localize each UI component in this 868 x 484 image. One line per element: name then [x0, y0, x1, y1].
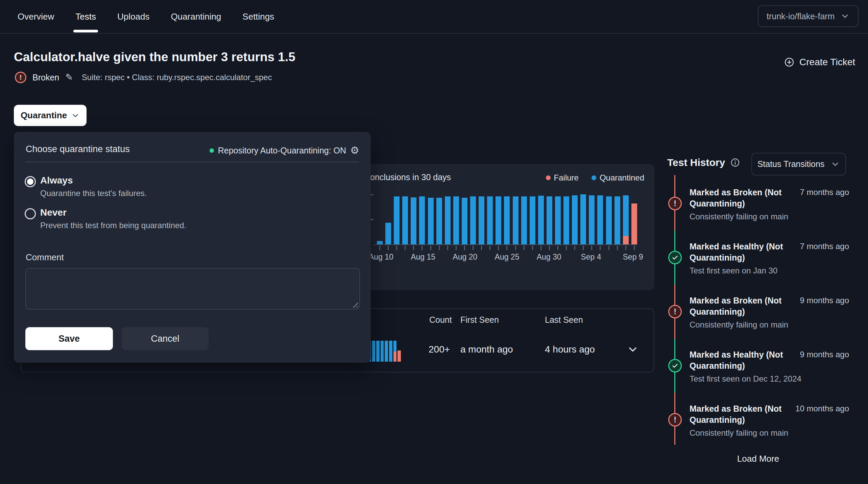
quarantined-segment	[411, 197, 416, 244]
x-axis-label: Aug 20	[453, 252, 477, 262]
row-count-value: 200+	[429, 344, 450, 355]
tab-uploads[interactable]: Uploads	[117, 0, 149, 33]
timeline-line-segment	[674, 264, 675, 305]
radio-unselected[interactable]	[25, 208, 36, 219]
chart-bar-day-9	[453, 194, 459, 244]
page-title: Calculator.halve given the number 3 retu…	[14, 50, 295, 64]
resize-handle[interactable]	[353, 302, 358, 308]
x-tick	[428, 246, 434, 250]
x-tick	[606, 246, 612, 250]
gear-icon[interactable]: ⚙	[350, 145, 359, 155]
mini-chart-bar-1	[372, 341, 376, 362]
x-axis-label: Aug 30	[537, 252, 561, 262]
x-tick	[547, 246, 552, 250]
chart-bar-day-30	[631, 194, 637, 244]
x-tick	[580, 246, 586, 250]
timeline-event: Marked as Broken (Not Quarantining)9 mon…	[690, 295, 849, 330]
event-title: Marked as Broken (Not Quarantining)	[690, 403, 801, 426]
column-header-last-seen: Last Seen	[545, 315, 583, 325]
save-button[interactable]: Save	[25, 327, 113, 350]
chevron-down-icon	[71, 111, 80, 120]
cancel-button[interactable]: Cancel	[122, 327, 209, 350]
quarantined-segment	[402, 196, 408, 244]
quarantined-segment	[376, 341, 380, 362]
x-tick	[572, 246, 578, 250]
quarantined-segment	[385, 341, 388, 362]
comment-input[interactable]	[25, 268, 360, 310]
edit-status-icon[interactable]: ✎	[65, 72, 73, 83]
option-description: Quarantine this test's failures.	[40, 189, 359, 198]
legend-item-quarantined: Quarantined	[592, 173, 644, 183]
broken-event-icon: !	[668, 305, 682, 318]
option-description: Prevent this test from being quarantined…	[40, 221, 359, 230]
create-ticket-button[interactable]: Create Ticket	[784, 57, 855, 68]
status-on-dot-icon	[210, 148, 214, 153]
status-transitions-dropdown[interactable]: Status Transitions	[751, 153, 846, 175]
quarantined-segment	[521, 196, 527, 244]
timeline-event: Marked as Healthy (Not Quarantining)7 mo…	[690, 241, 849, 276]
quarantined-segment	[487, 196, 493, 244]
x-axis-label: Aug 15	[411, 252, 435, 262]
plus-circle-icon	[784, 57, 794, 67]
x-tick	[462, 246, 467, 250]
quarantined-segment	[597, 195, 603, 244]
event-title: Marked as Healthy (Not Quarantining)	[690, 349, 801, 371]
row-first-seen-value: a month ago	[460, 344, 513, 355]
tab-quarantining[interactable]: Quarantining	[171, 0, 221, 33]
quarantine-option-always[interactable]: AlwaysQuarantine this test's failures.	[25, 175, 359, 198]
quarantined-segment	[538, 196, 544, 244]
info-icon[interactable]	[730, 158, 740, 167]
quarantined-segment	[504, 196, 510, 244]
chart-bar-day-21	[555, 194, 561, 244]
x-tick	[631, 246, 637, 250]
chart-plot	[377, 194, 637, 244]
quarantined-segment	[580, 194, 586, 244]
mini-chart-bar-6	[393, 341, 397, 362]
create-ticket-label: Create Ticket	[799, 57, 855, 68]
chart-bar-day-29	[623, 194, 629, 244]
chart-bar-day-28	[614, 194, 620, 244]
tab-overview[interactable]: Overview	[18, 0, 54, 33]
expand-row-chevron-icon[interactable]	[627, 343, 639, 356]
load-more-button[interactable]: Load More	[667, 454, 849, 464]
chart-bar-day-8	[445, 194, 451, 244]
chart-bar-day-24	[580, 194, 586, 244]
tab-tests[interactable]: Tests	[75, 0, 96, 33]
event-timestamp: 10 months ago	[795, 404, 849, 413]
quarantined-segment	[589, 195, 595, 244]
chart-bar-day-6	[428, 194, 434, 244]
event-description: Test first seen on Dec 12, 2024	[690, 373, 849, 384]
legend-item-failure: Failure	[546, 173, 579, 183]
chart-bar-day-27	[606, 194, 612, 244]
tab-settings[interactable]: Settings	[242, 0, 274, 33]
broken-event-icon: !	[668, 413, 682, 427]
quarantined-segment	[470, 196, 476, 244]
quarantined-segment	[479, 196, 484, 244]
quarantine-option-never[interactable]: NeverPrevent this test from being quaran…	[25, 207, 359, 230]
event-description: Test first seen on Jan 30	[690, 265, 849, 276]
quarantined-segment	[572, 195, 578, 244]
quarantine-dropdown-button[interactable]: Quarantine	[14, 105, 87, 126]
x-tick	[394, 246, 400, 250]
x-tick	[563, 246, 569, 250]
quarantined-segment	[547, 196, 552, 244]
chart-bar-day-1	[385, 194, 391, 244]
x-tick	[479, 246, 484, 250]
x-axis-labels: Aug 10Aug 15Aug 20Aug 25Aug 30Sep 4Sep 9	[377, 252, 637, 263]
x-tick	[623, 246, 629, 250]
repo-selector[interactable]: trunk-io/flake-farm	[758, 5, 859, 27]
radio-selected[interactable]	[25, 176, 36, 187]
x-tick	[377, 246, 383, 250]
x-axis-label: Sep 9	[623, 252, 643, 262]
quarantined-segment	[606, 196, 612, 244]
chart-title: onclusions in 30 days	[370, 172, 451, 182]
x-tick	[445, 246, 451, 250]
event-description: Consistently failing on main	[690, 211, 849, 222]
quarantined-segment	[394, 196, 400, 244]
quarantined-segment	[496, 196, 501, 244]
chart-bar-day-0	[377, 194, 383, 244]
legend-label: Quarantined	[600, 173, 644, 183]
event-title: Marked as Broken (Not Quarantining)	[690, 295, 801, 317]
failure-segment	[393, 352, 397, 362]
x-axis-ticks	[377, 246, 637, 250]
